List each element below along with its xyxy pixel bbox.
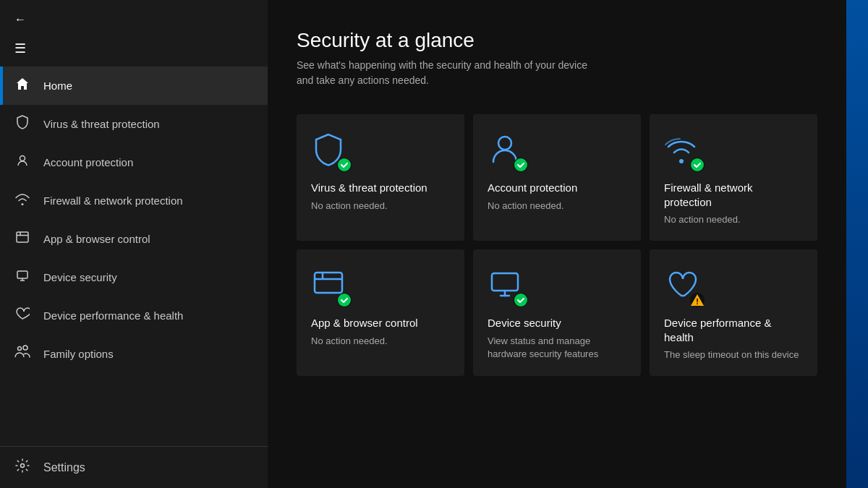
svg-point-8: [23, 346, 27, 350]
account-card[interactable]: Account protection No action needed.: [473, 114, 641, 241]
account-card-title: Account protection: [488, 181, 626, 195]
sidebar-item-device-security[interactable]: Device security: [0, 258, 268, 296]
browser-card-title: App & browser control: [311, 316, 450, 330]
svg-point-17: [338, 294, 351, 307]
device-health-card-icon-wrapper: !: [664, 267, 699, 304]
device-health-card-badge: !: [690, 293, 705, 307]
back-icon: ←: [14, 13, 26, 25]
home-icon: [14, 77, 30, 95]
virus-card-badge: [337, 158, 352, 172]
heart-nav-icon: [14, 307, 30, 325]
svg-point-11: [498, 137, 511, 150]
sidebar-item-home-label: Home: [43, 80, 72, 92]
sidebar-nav: Home Virus & threat protection Account p…: [0, 67, 268, 446]
device-health-card-title: Device performance & health: [664, 316, 803, 344]
sidebar-item-account[interactable]: Account protection: [0, 143, 268, 181]
svg-point-21: [514, 294, 527, 307]
sidebar-item-firewall[interactable]: Firewall & network protection: [0, 181, 268, 220]
sidebar-item-device-health-label: Device performance & health: [43, 309, 183, 322]
page-subtitle: See what's happening with the security a…: [297, 58, 817, 88]
browser-card[interactable]: App & browser control No action needed.: [297, 249, 464, 376]
account-nav-icon: [14, 153, 30, 171]
sidebar-item-device-health[interactable]: Device performance & health: [0, 296, 268, 335]
svg-text:!: !: [696, 297, 699, 306]
wifi-nav-icon: [14, 192, 30, 210]
browser-card-badge: [337, 293, 352, 307]
browser-card-icon-wrapper: [311, 267, 346, 304]
svg-point-10: [338, 158, 351, 171]
firewall-card-title: Firewall & network protection: [664, 181, 803, 209]
sidebar: ← ☰ Home Virus & threat protection: [0, 0, 268, 488]
firewall-card[interactable]: Firewall & network protection No action …: [650, 114, 817, 241]
sidebar-item-browser-label: App & browser control: [43, 233, 150, 245]
hamburger-button[interactable]: ☰: [0, 33, 268, 67]
page-title: Security at a glance: [297, 29, 817, 52]
sidebar-item-virus-label: Virus & threat protection: [43, 118, 160, 130]
virus-card-title: Virus & threat protection: [311, 181, 450, 195]
account-card-icon-wrapper: [488, 132, 522, 169]
back-button[interactable]: ←: [0, 0, 268, 33]
cards-row-1: Virus & threat protection No action need…: [297, 114, 817, 241]
shield-nav-icon: [14, 115, 30, 133]
firewall-card-icon-wrapper: [664, 132, 699, 169]
settings-icon: [14, 458, 30, 476]
svg-point-12: [514, 158, 527, 171]
settings-button[interactable]: Settings: [0, 446, 268, 488]
device-security-card-badge: [514, 293, 528, 307]
sidebar-item-home[interactable]: Home: [0, 67, 268, 105]
firewall-card-badge: [690, 158, 705, 172]
svg-point-13: [691, 158, 704, 171]
browser-card-desc: No action needed.: [311, 335, 450, 348]
virus-card-desc: No action needed.: [311, 200, 450, 213]
device-security-card-desc: View status and manage hardware security…: [488, 335, 626, 361]
sidebar-item-device-security-label: Device security: [43, 271, 117, 283]
cards-row-2: App & browser control No action needed. …: [297, 249, 817, 376]
device-security-card[interactable]: Device security View status and manage h…: [473, 249, 641, 376]
svg-rect-4: [17, 271, 27, 278]
hamburger-icon: ☰: [14, 41, 26, 56]
virus-card[interactable]: Virus & threat protection No action need…: [297, 114, 464, 241]
right-panel: [846, 0, 868, 488]
sidebar-item-family[interactable]: Family options: [0, 335, 268, 373]
device-health-card[interactable]: ! Device performance & health The sleep …: [650, 249, 817, 376]
svg-rect-1: [17, 232, 28, 242]
device-security-card-icon-wrapper: [488, 267, 522, 304]
settings-label: Settings: [43, 461, 85, 474]
family-nav-icon: [14, 345, 30, 363]
sidebar-item-firewall-label: Firewall & network protection: [43, 194, 183, 207]
sidebar-item-virus[interactable]: Virus & threat protection: [0, 105, 268, 143]
svg-rect-18: [492, 273, 518, 291]
account-card-badge: [514, 158, 528, 172]
sidebar-item-family-label: Family options: [43, 348, 114, 360]
account-card-desc: No action needed.: [488, 200, 626, 213]
virus-card-icon-wrapper: [311, 132, 346, 169]
sidebar-item-account-label: Account protection: [43, 156, 133, 168]
svg-point-0: [20, 156, 25, 161]
browser-nav-icon: [14, 230, 30, 248]
svg-point-7: [18, 347, 22, 351]
svg-rect-14: [315, 273, 342, 293]
svg-point-9: [21, 464, 25, 468]
device-health-card-desc: The sleep timeout on this device: [664, 348, 803, 361]
device-security-card-title: Device security: [488, 316, 626, 330]
device-security-nav-icon: [14, 268, 30, 286]
main-content: Security at a glance See what's happenin…: [268, 0, 846, 488]
firewall-card-desc: No action needed.: [664, 213, 803, 226]
sidebar-item-browser[interactable]: App & browser control: [0, 220, 268, 258]
